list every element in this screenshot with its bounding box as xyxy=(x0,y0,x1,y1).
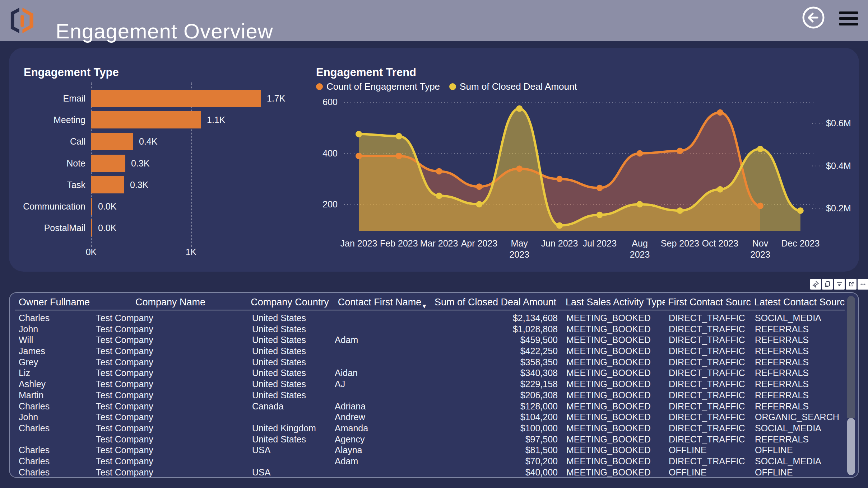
table-cell: $100,000 xyxy=(428,423,563,434)
table-cell: SOCIAL_MEDIA xyxy=(751,423,845,434)
column-header[interactable]: Owner Fullname xyxy=(15,293,92,309)
column-header[interactable]: Latest Contact Source xyxy=(751,293,845,309)
table-cell: REFERRALS xyxy=(751,357,845,368)
legend-item[interactable]: Count of Engagement Type xyxy=(316,81,440,92)
column-header[interactable]: Last Sales Activity Type xyxy=(563,293,665,309)
table-cell: MEETING_BOOKED xyxy=(563,445,665,456)
table-cell: $40,000 xyxy=(428,467,563,478)
table-cell: Charles xyxy=(15,423,92,434)
table-cell: Test Company xyxy=(92,434,249,445)
bar[interactable] xyxy=(91,111,201,128)
bar[interactable] xyxy=(91,90,261,107)
table-cell: Canada xyxy=(249,401,331,412)
table-cell: Liz xyxy=(15,367,92,379)
table-cell: Alayna xyxy=(331,445,428,456)
page-title: Engagement Overview xyxy=(56,19,273,43)
bar[interactable] xyxy=(91,155,125,172)
bar-value-label: 1.7K xyxy=(267,93,285,104)
back-button[interactable] xyxy=(802,6,825,29)
column-header[interactable]: First Contact Source xyxy=(665,293,751,309)
legend-item[interactable]: Sum of Closed Deal Amount xyxy=(449,81,577,92)
table-cell: Test Company xyxy=(92,390,249,401)
table-row[interactable]: JamesTest CompanyUnited States$422,250ME… xyxy=(15,346,845,357)
bar-category-label: PostalMail xyxy=(0,222,85,234)
bar-category-label: Communication xyxy=(0,201,85,212)
table-cell xyxy=(331,390,428,401)
table-cell: MEETING_BOOKED xyxy=(563,313,665,324)
table-cell: DIRECT_TRAFFIC xyxy=(665,412,751,423)
table-row[interactable]: JohnTest CompanyUnited States$1,028,808M… xyxy=(15,324,845,335)
table-row[interactable]: WillTest CompanyUnited StatesAdam$459,50… xyxy=(15,334,845,346)
table-row[interactable]: CharlesTest CompanyUnited States$2,134,6… xyxy=(15,313,845,324)
app-logo-icon xyxy=(9,4,35,37)
trend-chart-title: Engagement Trend xyxy=(316,66,416,79)
table-cell: United States xyxy=(249,324,331,335)
bar[interactable] xyxy=(91,198,92,215)
table-cell: Adriana xyxy=(331,401,428,412)
table-cell: Test Company xyxy=(92,445,249,456)
table-row[interactable]: LizTest CompanyUnited StatesAidan$340,30… xyxy=(15,367,845,379)
table-cell: $459,500 xyxy=(428,334,563,346)
bar-value-label: 0.4K xyxy=(139,136,157,147)
menu-button[interactable] xyxy=(839,10,859,30)
table-cell: DIRECT_TRAFFIC xyxy=(665,313,751,324)
table-row[interactable]: CharlesTest CompanyCanadaAdriana$128,000… xyxy=(15,401,845,412)
column-header[interactable]: Contact First Name xyxy=(331,293,428,309)
table-row[interactable]: JohnTest CompanyAndrew$104,200MEETING_BO… xyxy=(15,412,845,423)
more-options-icon[interactable] xyxy=(858,279,868,290)
scrollbar-thumb[interactable] xyxy=(847,418,855,475)
table-row[interactable]: CharlesTest CompanyAdam$70,200MEETING_BO… xyxy=(15,456,845,467)
table-row[interactable]: CharlesTest CompanyUnited KingdomAmanda$… xyxy=(15,423,845,434)
trend-right-axis-label: $0.2M xyxy=(826,203,868,214)
table-cell: John xyxy=(15,324,92,335)
copy-icon[interactable] xyxy=(822,279,833,290)
x-label-line: 2023 xyxy=(492,249,546,260)
table-cell: $340,308 xyxy=(428,367,563,379)
table-cell: $81,500 xyxy=(428,445,563,456)
table-cell: MEETING_BOOKED xyxy=(563,324,665,335)
table-cell: $1,028,808 xyxy=(428,324,563,335)
table-cell: Test Company xyxy=(92,367,249,379)
bar[interactable] xyxy=(91,176,124,193)
table-cell: DIRECT_TRAFFIC xyxy=(665,434,751,445)
bar[interactable] xyxy=(91,219,92,236)
filter-icon[interactable] xyxy=(834,279,845,290)
table-row[interactable]: Test CompanyUnited StatesAgency$97,500ME… xyxy=(15,434,845,445)
table-cell: REFERRALS xyxy=(751,434,845,445)
table-body: CharlesTest CompanyUnited States$2,134,6… xyxy=(15,313,845,478)
table-cell xyxy=(15,434,92,445)
table-cell: OFFLINE xyxy=(665,467,751,478)
table-cell: Agency xyxy=(331,434,428,445)
column-header[interactable]: Company Name xyxy=(92,293,249,309)
table-cell: DIRECT_TRAFFIC xyxy=(665,379,751,390)
focus-mode-icon[interactable] xyxy=(846,279,857,290)
trend-left-axis-label: 600 xyxy=(305,97,338,107)
table-cell xyxy=(249,412,331,423)
table-cell: United States xyxy=(249,357,331,368)
table-cell: REFERRALS xyxy=(751,390,845,401)
table-cell: Test Company xyxy=(92,379,249,390)
table-cell: $2,134,608 xyxy=(428,313,563,324)
table-row[interactable]: AshleyTest CompanyUnited StatesAJ$229,15… xyxy=(15,379,845,390)
table-scrollbar[interactable] xyxy=(847,296,855,475)
legend-label: Sum of Closed Deal Amount xyxy=(460,81,577,92)
table-row[interactable]: CharlesTest CompanyUSA$40,000MEETING_BOO… xyxy=(15,467,845,478)
sort-descending-icon[interactable]: ▼ xyxy=(421,303,427,310)
pin-icon[interactable] xyxy=(810,279,821,290)
table-cell: DIRECT_TRAFFIC xyxy=(665,324,751,335)
table-cell: $104,200 xyxy=(428,412,563,423)
table-cell: REFERRALS xyxy=(751,346,845,357)
table-cell: Test Company xyxy=(92,334,249,346)
bar[interactable] xyxy=(91,133,133,150)
table-cell: OFFLINE xyxy=(665,445,751,456)
table-cell: DIRECT_TRAFFIC xyxy=(665,346,751,357)
column-header[interactable]: Sum of Closed Deal Amount xyxy=(428,293,563,309)
legend-dot-icon xyxy=(449,83,456,90)
trend-left-axis-label: 200 xyxy=(305,199,338,210)
table-row[interactable]: GreyTest CompanyUnited States$358,350MEE… xyxy=(15,357,845,368)
table-row[interactable]: CharlesTest CompanyUSAAlayna$81,500MEETI… xyxy=(15,445,845,456)
table-cell: Adam xyxy=(331,334,428,346)
column-header[interactable]: Company Country xyxy=(249,293,331,309)
table-row[interactable]: MartinTest CompanyUnited States$206,308M… xyxy=(15,390,845,401)
scrollbar-track[interactable] xyxy=(847,296,855,418)
